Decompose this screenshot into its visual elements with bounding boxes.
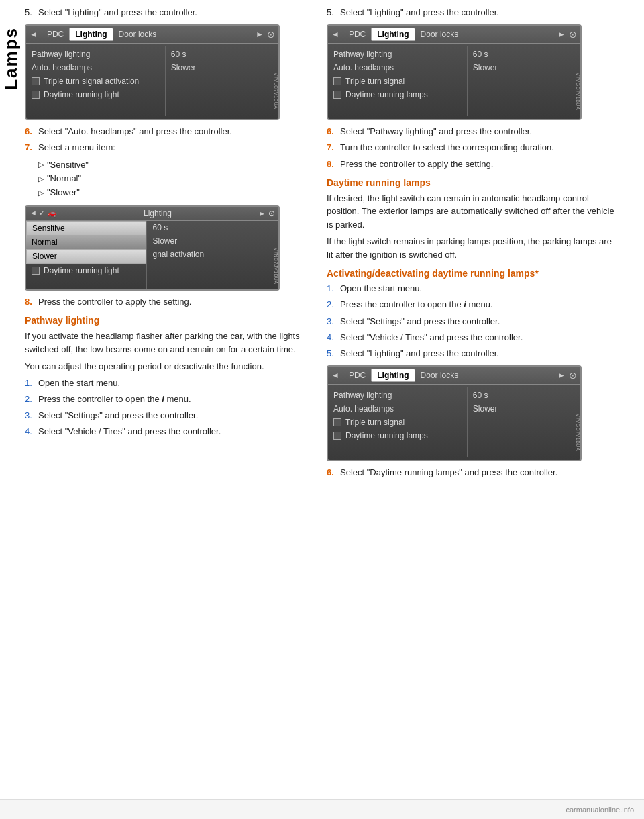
step-num-p3: 3. [25,410,38,422]
menu-row-triple-2r: Triple turn signal [328,416,467,429]
lighting-left-panel: Sensitive Normal Slower Daytime running … [26,221,147,289]
sub-arrow-1: ▷ [38,159,44,171]
step-7-left: 7. Select a menu item: [25,142,313,154]
menu-icon-1l: ⊙ [267,29,275,40]
val-slower-1r: Slower [468,61,580,75]
step-text-p4: Select "Vehicle / Tires" and press the c… [38,426,221,438]
menu-row-daytime-1r: Daytime running lamps [328,88,467,101]
step-8-right: 8. Press the controller to apply the set… [327,158,615,171]
step-p1: 1. Open the start menu. [25,377,313,389]
step-a3: 3. Select "Settings" and press the contr… [327,316,615,328]
val-60s-2r: 60 s [468,389,580,402]
arrow-left-icon-1r: ◄ [331,30,339,39]
tab-doorlocks-1r[interactable]: Door locks [415,28,464,40]
car-menu-1-right: ◄ PDC Lighting Door locks ► ⊙ Pathway li… [327,24,582,120]
checkbox-daytime-light [32,267,40,275]
car-menu-right-1l: 60 s Slower [165,46,278,116]
menu-icon-1r: ⊙ [569,29,577,40]
val-empty-light [147,261,278,275]
car-menu-body-2r: Pathway lighting Auto. headlamps Triple … [328,385,580,460]
tab-pdc-1l[interactable]: PDC [42,28,69,40]
car-menu-header-1l: ◄ PDC Lighting Door locks ► ⊙ [26,26,278,44]
tab-doorlocks-2r[interactable]: Door locks [415,369,464,381]
car-menu-right-2r: 60 s Slower [467,387,580,457]
step-text-p2: Press the controller to open the i menu. [38,393,191,405]
lighting-menu-left: ◄ ✓ 🚗 Lighting ► ⊙ Sensitive Normal Slow… [25,205,280,291]
val-empty1-2r [468,416,580,429]
sub-label-normal: "Normal" [47,172,81,186]
car-menu-left-1l: Pathway lighting Auto. headlamps Triple … [26,46,165,116]
step-a2: 2. Press the controller to open the i me… [327,299,615,311]
step-a1: 1. Open the start menu. [327,283,615,295]
step-text-a1: Open the start menu. [340,283,422,295]
lighting-title: Lighting [144,209,172,218]
car-menu-body-1r: Pathway lighting Auto. headlamps Triple … [328,44,580,119]
menu-row-sensitive: Sensitive [26,221,146,236]
step-num-6l: 6. [25,126,38,138]
menu-row-auto-1l: Auto. headlamps [26,61,165,75]
menu-row-slower: Slower [26,249,146,264]
step-7-right: 7. Turn the controller to select the cor… [327,142,615,154]
tab-lighting-1l[interactable]: Lighting [69,28,113,41]
car-menu-left-1r: Pathway lighting Auto. headlamps Triple … [328,46,467,116]
tab-pdc-1r[interactable]: PDC [343,28,371,40]
menu-row-triple-1r: Triple turn signal [328,75,467,88]
lighting-header-left: ◄ ✓ 🚗 Lighting ► ⊙ [26,207,278,221]
step-num-p1: 1. [25,377,38,389]
step-num-8l: 8. [25,296,38,308]
sub-arrow-3: ▷ [38,187,44,199]
lighting-menu-icon: ⊙ [268,209,275,218]
arrow-left-icon-1l: ◄ [30,30,38,39]
checkbox-daytime-2r [333,432,341,440]
menu-row-normal: Normal [26,236,146,249]
arrow-right-icon-1l: ► [256,30,264,39]
val-empty2-1l [166,88,278,101]
step-6-right: 6. Select "Pathway lighting" and press t… [327,126,615,138]
lighting-right-panel: 60 s Slower gnal activation [147,221,278,289]
section-heading-pathway: Pathway lighting [25,315,313,326]
bottom-bar: carmanualonline.info [0,799,644,819]
val-empty2-2r [468,429,580,442]
step-5-left: 5. Select "Lighting" and press the contr… [25,7,313,19]
step-6b-right: 6. Select "Daytime running lamps" and pr… [327,467,615,479]
checkbox-triple-1r [333,77,341,85]
section-heading-activating: Activating/deactivating daytime running … [327,268,615,279]
val-60s-1r: 60 s [468,48,580,61]
car-menu-right-1r: 60 s Slower [467,46,580,116]
checkbox-triple-1l [32,77,40,85]
val-slower-2r: Slower [468,402,580,416]
tab-lighting-1r[interactable]: Lighting [371,28,415,41]
menu-icon-2r: ⊙ [569,370,577,381]
step-text-p3: Select "Settings" and press the controll… [38,410,198,422]
step-5-right: 5. Select "Lighting" and press the contr… [327,7,615,19]
sub-item-slower: ▷ "Slower" [38,186,313,200]
section-text-pathway-1: If you activate the headlamp flasher aft… [25,330,313,356]
step-text-6r: Select "Pathway lighting" and press the … [340,126,532,138]
car-menu-body-1l: Pathway lighting Auto. headlamps Triple … [26,44,278,119]
step-text-8l: Press the controller to apply the settin… [38,296,191,308]
menu-row-auto-2r: Auto. headlamps [328,402,467,416]
val-empty1-1l [166,75,278,88]
sub-arrow-2: ▷ [38,173,44,185]
section-text-daytime-1: If desired, the light switch can remain … [327,192,615,232]
tab-pdc-2r[interactable]: PDC [343,369,371,381]
menu-row-daytime-2r: Daytime running lamps [328,429,467,442]
step-num-5l: 5. [25,7,38,19]
step-num-7l: 7. [25,142,38,154]
watermark-1l: V7VLC7V1BUA [274,73,278,109]
arrow-right-icon-1r: ► [557,30,566,39]
section-text-pathway-2: You can adjust the operating period or d… [25,360,313,373]
tab-lighting-2r[interactable]: Lighting [371,369,415,382]
val-60s-light: 60 s [147,221,278,234]
step-text-p1: Open the start menu. [38,377,120,389]
step-p4: 4. Select "Vehicle / Tires" and press th… [25,426,313,438]
tab-doorlocks-1l[interactable]: Door locks [113,28,162,40]
section-heading-daytime: Daytime running lamps [327,177,615,188]
sub-item-sensitive: ▷ "Sensitive" [38,158,313,173]
car-menu-header-1r: ◄ PDC Lighting Door locks ► ⊙ [328,26,580,44]
step-num-p2: 2. [25,393,38,405]
menu-row-pathway-1l: Pathway lighting [26,48,165,61]
sub-label-slower: "Slower" [47,186,80,200]
val-empty2-1r [468,88,580,101]
menu-row-triple-1l: Triple turn signal activation [26,75,165,88]
